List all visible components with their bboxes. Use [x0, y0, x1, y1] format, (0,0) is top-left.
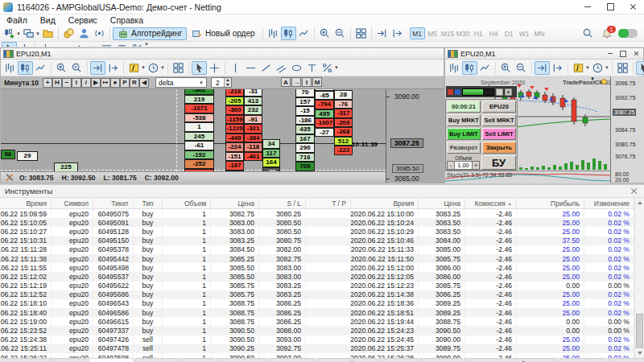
tab-история[interactable]: История [89, 358, 133, 362]
column-header[interactable]: Комиссия▲ [465, 198, 517, 208]
table-row[interactable]: 2020.06.22 15:10:31epu2060495150buy13083… [0, 237, 634, 245]
column-header[interactable]: Символ [52, 198, 93, 208]
timeframe-m30[interactable]: M30 [456, 27, 471, 39]
tab-библиотека[interactable]: Библиотека [505, 358, 558, 362]
strip-minimize-button[interactable] [496, 88, 503, 96]
zoomout-icon[interactable] [514, 61, 529, 75]
chart-maximize-button[interactable] [617, 50, 629, 58]
tab-алготрейдинг[interactable]: Алготрейдинг [317, 358, 377, 362]
table-row[interactable]: 2020.06.22 15:25:11epu2060497478sell1309… [0, 344, 634, 353]
tab-журнал[interactable]: Журнал [608, 358, 644, 362]
percent-icon[interactable] [130, 42, 145, 47]
scroll-down-button[interactable] [635, 348, 644, 358]
cluster-button[interactable]: ↦ [101, 78, 110, 88]
cluster-button[interactable]: P [120, 78, 130, 88]
tile-icon[interactable] [171, 61, 186, 75]
candles-icon[interactable] [281, 27, 296, 40]
cluster-button[interactable]: H [52, 78, 62, 88]
left-price-axis[interactable]: 3090.00 3087.25 3085.50 3085.00 [386, 89, 444, 183]
table-row[interactable]: 2020.06.22 15:09:59epu2060495075buy13082… [0, 209, 634, 218]
bars-icon[interactable] [447, 61, 462, 75]
table-row[interactable]: 2020.06.22 15:23:52epu2060497337buy13090… [0, 326, 634, 335]
timeframe-mn[interactable]: MN [532, 27, 547, 39]
timeframe-w1[interactable]: W1 [517, 27, 532, 39]
right-chart-title-bar[interactable]: EPU20,M1 [445, 48, 643, 60]
chevron-down-icon[interactable]: ▼ [144, 42, 149, 47]
shift-icon[interactable] [390, 27, 405, 40]
hline-icon[interactable] [243, 61, 258, 75]
shift-icon[interactable] [550, 61, 565, 75]
close-button[interactable] [621, 0, 644, 14]
cluster-button[interactable]: ▶ [91, 78, 101, 88]
cluster-button[interactable]: / [81, 78, 91, 88]
objects-icon[interactable] [289, 61, 304, 75]
cluster-corner-button[interactable]: A [281, 77, 291, 87]
toolbox-close-icon[interactable] [630, 187, 638, 195]
notifications-button[interactable]: 1 [601, 28, 613, 39]
percent-icon[interactable] [320, 61, 335, 75]
column-header[interactable]: Прибыль [517, 198, 584, 208]
cursor-icon[interactable] [2, 42, 17, 47]
autoscroll-icon[interactable] [374, 27, 390, 40]
signal-icon[interactable] [92, 27, 107, 40]
volume-input[interactable]: 1.00 [455, 161, 472, 170]
autoscroll-icon[interactable] [535, 61, 550, 75]
maximize-button[interactable] [599, 0, 621, 14]
timeframe-m1[interactable]: M1 [410, 27, 425, 39]
cluster-corner-button[interactable]: M [312, 77, 322, 87]
zoomin-icon[interactable] [54, 61, 69, 75]
table-row[interactable]: 2020.06.22 15:11:55epu2060495498buy13085… [0, 263, 634, 272]
breakeven-button[interactable]: БУ [481, 155, 516, 170]
tab-маркет[interactable]: Маркет [378, 358, 418, 362]
zoomin-icon[interactable] [498, 61, 514, 75]
tab-почта[interactable]: Почта [180, 358, 215, 362]
trend-icon[interactable] [258, 61, 274, 75]
findicator-icon[interactable] [126, 61, 142, 75]
chevron-down-icon[interactable]: ▼ [160, 65, 165, 70]
column-header[interactable]: Тикет [93, 198, 134, 208]
volume-minus-button[interactable]: - [447, 161, 455, 170]
cursor-icon[interactable] [192, 61, 207, 75]
table-row[interactable]: 2020.06.22 15:11:28epu2060495378buy13084… [0, 245, 634, 254]
search-icon[interactable] [580, 27, 596, 40]
minimize-button[interactable] [576, 0, 599, 14]
tab-компания[interactable]: Компания [268, 358, 316, 362]
column-header[interactable]: Объем [163, 198, 211, 208]
zoomin-icon[interactable] [317, 27, 332, 40]
column-header[interactable]: Цена [211, 198, 259, 208]
table-row[interactable]: 2020.06.22 15:18:10epu2060496543buy13088… [0, 299, 634, 308]
chevron-down-icon[interactable]: ▼ [605, 65, 609, 70]
trade-chart-canvas[interactable]: September 2020 ▼ TradePanelCME3 00:00:21… [445, 76, 610, 171]
folder-icon[interactable] [40, 27, 56, 40]
clock-icon[interactable] [590, 61, 605, 75]
table-row[interactable]: 2020.06.22 15:11:38epu2060495442buy13085… [0, 254, 634, 263]
connection-toggle[interactable] [618, 29, 638, 38]
hline-icon[interactable] [53, 42, 68, 47]
buy-limit-button[interactable]: Buy LIMIT [447, 128, 481, 140]
shift-icon[interactable] [105, 61, 121, 75]
channel-icon[interactable] [274, 61, 289, 75]
crosshair-icon[interactable] [207, 61, 222, 75]
coins-icon[interactable] [61, 27, 76, 40]
candles-icon[interactable] [18, 61, 33, 75]
chart-close-button[interactable] [630, 50, 642, 58]
tab-сигналы[interactable]: Сигналы [419, 358, 463, 362]
tab-эксперты[interactable]: Эксперты [559, 358, 606, 362]
cluster-corner-button[interactable]: I [302, 77, 312, 87]
reverse-button[interactable]: Разворот [447, 142, 481, 154]
menu-справка[interactable]: Справка [104, 15, 150, 25]
table-row[interactable]: 2020.06.22 15:12:52epu2060495686buy13085… [0, 290, 634, 299]
chart-minimize-button[interactable] [605, 50, 616, 58]
timeframe-m15[interactable]: M15 [440, 27, 456, 39]
buy-market-button[interactable]: Buy MRKT [447, 114, 481, 126]
new-order-button[interactable]: Новый ордер [187, 27, 260, 40]
right-price-axis[interactable]: 3096.753092.753088.753084.753080.753076.… [610, 76, 644, 183]
column-header[interactable]: T / P [306, 198, 351, 208]
close-position-button[interactable]: Закрыть [482, 142, 516, 154]
cluster-button[interactable]: − [62, 78, 72, 88]
table-row[interactable]: 2020.06.22 15:19:00epu2060496615buy13088… [0, 317, 634, 326]
cursor-icon[interactable] [636, 61, 644, 75]
column-header[interactable]: Время [0, 198, 52, 208]
table-row[interactable]: 2020.06.22 15:12:02epu2060495537buy13085… [0, 272, 634, 281]
cluster-mode-select[interactable]: delta ▼ [155, 77, 207, 88]
